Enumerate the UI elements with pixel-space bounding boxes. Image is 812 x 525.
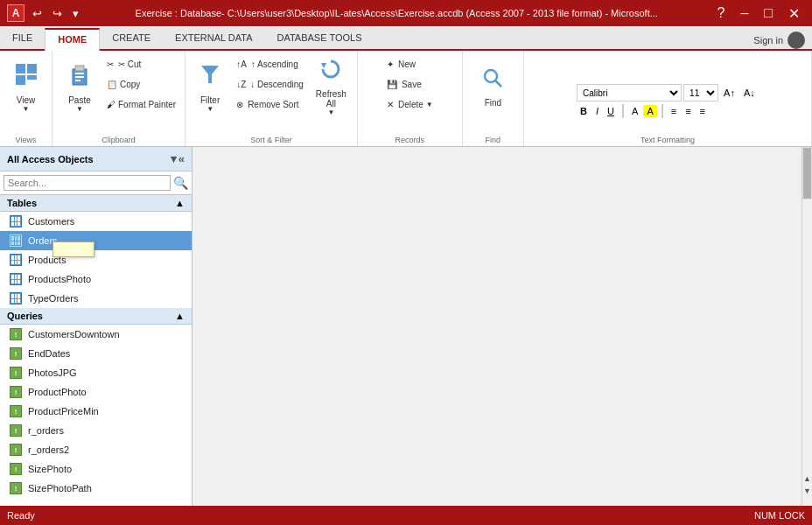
nav-item-productsphoto[interactable]: ProductsPhoto — [0, 270, 192, 289]
tables-collapse-icon[interactable]: ▲ — [175, 198, 185, 208]
format-painter-label: Format Painter — [118, 100, 176, 109]
nav-collapse-icon[interactable]: ▾ — [171, 152, 177, 165]
nav-item-products[interactable]: Products — [0, 250, 192, 270]
format-row: B I U A A ≡ ≡ ≡ — [577, 104, 709, 118]
view-button[interactable]: View ▼ — [9, 54, 44, 120]
font-size-up-button[interactable]: A↑ — [720, 87, 738, 99]
font-size-select[interactable]: 11 — [683, 84, 718, 102]
nav-item-photosjpg[interactable]: ! PhotosJPG — [0, 363, 192, 382]
redo-button[interactable]: ↪ — [50, 5, 65, 22]
nav-item-typeorders[interactable]: TypeOrders — [0, 289, 192, 308]
font-size-down-button[interactable]: A↓ — [740, 87, 759, 99]
nav-item-productpricemin[interactable]: ! ProductPriceMin — [0, 402, 192, 421]
nav-item-r-orders2[interactable]: ! r_orders2 — [0, 440, 192, 459]
refresh-icon — [319, 58, 342, 87]
font-color-button[interactable]: A — [628, 105, 641, 117]
query-icon-sizephotopath: ! — [9, 481, 23, 495]
cut-label: ✂ Cut — [118, 60, 141, 69]
copy-icon: 📋 — [107, 80, 117, 89]
queries-collapse-icon[interactable]: ▲ — [175, 311, 185, 321]
tab-home[interactable]: HOME — [45, 28, 100, 51]
tab-file[interactable]: FILE — [0, 26, 45, 49]
photosjpg-label: PhotosJPG — [28, 368, 77, 378]
maximize-button[interactable]: □ — [759, 4, 778, 23]
font-family-select[interactable]: Calibri — [577, 84, 682, 102]
nav-item-productphoto[interactable]: ! ProductPhoto — [0, 382, 192, 402]
align-left-button[interactable]: ≡ — [668, 105, 680, 117]
nav-item-orders[interactable]: Orders Orders — [0, 231, 192, 250]
views-group-label: Views — [0, 136, 52, 144]
cut-button[interactable]: ✂ ✂ Cut — [103, 54, 179, 74]
svg-rect-7 — [75, 76, 84, 78]
search-button[interactable]: 🔍 — [173, 176, 188, 190]
underline-button[interactable]: U — [604, 105, 618, 117]
title-bar: A ↩ ↪ ▾ Exercise : Database- C:\Users\us… — [0, 0, 812, 26]
tab-external-data[interactable]: EXTERNAL DATA — [163, 26, 264, 49]
tables-section-header[interactable]: Tables ▲ — [0, 195, 192, 212]
format-painter-button[interactable]: 🖌 Format Painter — [103, 94, 179, 114]
queries-section-header[interactable]: Queries ▲ — [0, 308, 192, 325]
nav-item-sizephotopath[interactable]: ! SizePhotoPath — [0, 479, 192, 498]
query-icon-productphoto: ! — [9, 385, 23, 399]
ribbon: View ▼ Views Paste ▼ — [0, 51, 812, 147]
delete-label: Delete — [398, 100, 424, 109]
query-icon-enddates: ! — [9, 346, 23, 360]
nav-item-customers[interactable]: Customers — [0, 212, 192, 231]
ribbon-group-clipboard: Paste ▼ ✂ ✂ Cut 📋 Copy 🖌 Format Painter … — [52, 51, 186, 146]
bold-button[interactable]: B — [577, 105, 591, 117]
paste-button[interactable]: Paste ▼ — [58, 54, 102, 120]
window-controls: ? – □ ✕ — [712, 4, 805, 24]
find-button[interactable]: Find — [471, 54, 514, 120]
r-orders2-label: r_orders2 — [28, 444, 69, 455]
ribbon-group-sort-filter: Filter ▼ ↑A ↑ Ascending ↓Z ↓ Descending … — [186, 51, 358, 146]
italic-button[interactable]: I — [592, 105, 602, 117]
tab-database-tools[interactable]: DATABASE TOOLS — [264, 26, 374, 49]
nav-item-sizephoto[interactable]: ! SizePhoto — [0, 459, 192, 479]
remove-sort-button[interactable]: ⊗ Remove Sort — [233, 94, 307, 114]
undo-button[interactable]: ↩ — [30, 5, 45, 22]
minimize-button[interactable]: – — [735, 4, 753, 23]
nav-close-icon[interactable]: « — [178, 152, 185, 165]
ribbon-group-views: View ▼ Views — [0, 51, 52, 146]
query-icon-customersdowntown: ! — [9, 327, 23, 341]
ascending-button[interactable]: ↑A ↑ Ascending — [233, 54, 307, 74]
nav-item-r-orders[interactable]: ! r_orders — [0, 421, 192, 440]
help-button[interactable]: ? — [712, 4, 731, 23]
delete-icon: ✕ — [387, 100, 394, 109]
copy-button[interactable]: 📋 Copy — [103, 74, 179, 94]
sign-in-button[interactable]: Sign in — [753, 32, 812, 49]
search-input[interactable] — [4, 175, 171, 191]
text-formatting-group-label: Text Formatting — [524, 136, 811, 144]
sizephotopath-label: SizePhotoPath — [28, 483, 92, 494]
descending-button[interactable]: ↓Z ↓ Descending — [233, 74, 307, 94]
delete-button[interactable]: ✕ Delete ▼ — [383, 94, 437, 114]
title-bar-left: A ↩ ↪ ▾ — [7, 4, 81, 22]
query-icon-r-orders2: ! — [9, 443, 23, 457]
svg-point-11 — [485, 70, 497, 82]
divider — [622, 104, 624, 118]
align-center-button[interactable]: ≡ — [682, 105, 694, 117]
filter-button[interactable]: Filter ▼ — [191, 54, 229, 120]
qat-dropdown-button[interactable]: ▾ — [70, 5, 81, 22]
descending-icon: ↓Z — [236, 80, 246, 89]
ribbon-group-records: ✦ New 💾 Save ✕ Delete ▼ Records — [358, 51, 463, 146]
nav-item-enddates[interactable]: ! EndDates — [0, 344, 192, 363]
align-right-button[interactable]: ≡ — [696, 105, 709, 117]
productphoto-label: ProductPhoto — [28, 387, 87, 397]
sort-col: ↑A ↑ Ascending ↓Z ↓ Descending ⊗ Remove … — [233, 54, 307, 114]
highlight-button[interactable]: A — [643, 105, 656, 117]
clipboard-col: ✂ ✂ Cut 📋 Copy 🖌 Format Painter — [103, 54, 179, 114]
nav-header[interactable]: All Access Objects ▾ « — [0, 147, 192, 172]
tab-create[interactable]: CREATE — [100, 26, 163, 49]
table-icon-customers — [9, 214, 23, 228]
ribbon-tabs: FILE HOME CREATE EXTERNAL DATA DATABASE … — [0, 26, 812, 51]
new-record-button[interactable]: ✦ New — [383, 54, 437, 74]
ascending-label: ↑ Ascending — [251, 60, 298, 69]
refresh-button[interactable]: Refresh All ▼ — [311, 54, 352, 120]
paste-icon — [68, 62, 91, 93]
close-button[interactable]: ✕ — [783, 4, 805, 24]
remove-sort-label: Remove Sort — [248, 100, 298, 109]
nav-item-customersdowntown[interactable]: ! CustomersDowntown — [0, 325, 192, 344]
navigation-pane: All Access Objects ▾ « 🔍 Tables ▲ Custom… — [0, 147, 192, 506]
save-button[interactable]: 💾 Save — [383, 74, 437, 94]
